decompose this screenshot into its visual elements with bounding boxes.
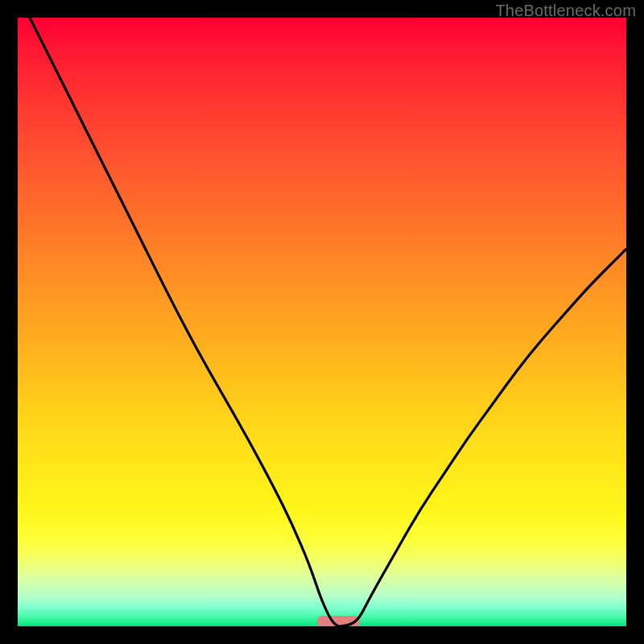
bottleneck-curve: [18, 18, 626, 626]
chart-frame: TheBottleneck.com: [0, 0, 644, 644]
attribution-label: TheBottleneck.com: [495, 2, 636, 20]
plot-area: [18, 18, 626, 626]
